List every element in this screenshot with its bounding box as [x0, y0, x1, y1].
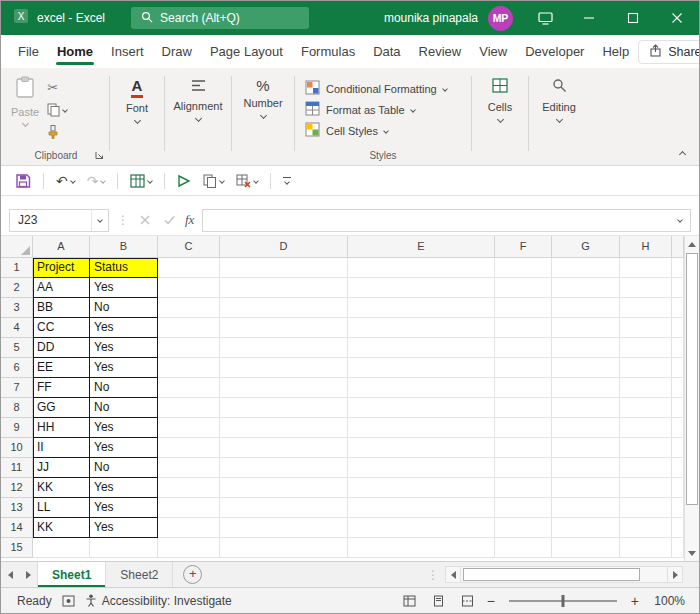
row-header-3[interactable]: 3	[1, 298, 33, 318]
cell-C10[interactable]	[158, 438, 220, 458]
cell-H8[interactable]	[620, 398, 672, 418]
cell-B11[interactable]: No	[90, 458, 158, 478]
cell-G12[interactable]	[552, 478, 620, 498]
cell-A2[interactable]: AA	[33, 278, 90, 298]
cell-G5[interactable]	[552, 338, 620, 358]
row-header-8[interactable]: 8	[1, 398, 33, 418]
meet-now-icon[interactable]	[523, 1, 567, 35]
cell-E9[interactable]	[348, 418, 495, 438]
column-header-E[interactable]: E	[348, 236, 495, 258]
cell-G11[interactable]	[552, 458, 620, 478]
cell-offgrid-1[interactable]	[672, 258, 684, 278]
user-avatar[interactable]: MP	[488, 6, 513, 31]
cell-B9[interactable]: Yes	[90, 418, 158, 438]
formula-input[interactable]	[202, 209, 691, 232]
cell-F3[interactable]	[495, 298, 552, 318]
font-group-button[interactable]: A Font	[112, 68, 162, 165]
column-header-C[interactable]: C	[158, 236, 220, 258]
zoom-slider-thumb[interactable]	[561, 595, 564, 607]
cell-H9[interactable]	[620, 418, 672, 438]
sheet-tab-sheet1[interactable]: Sheet1	[37, 562, 106, 587]
row-header-15[interactable]: 15	[1, 538, 33, 558]
cell-H7[interactable]	[620, 378, 672, 398]
alignment-group-button[interactable]: Alignment	[167, 68, 229, 165]
cell-D5[interactable]	[220, 338, 348, 358]
cell-A1[interactable]: Project	[33, 258, 90, 278]
cell-E13[interactable]	[348, 498, 495, 518]
cell-E12[interactable]	[348, 478, 495, 498]
accessibility-status[interactable]: Accessibility: Investigate	[85, 594, 232, 608]
cell-F2[interactable]	[495, 278, 552, 298]
column-header-G[interactable]: G	[552, 236, 620, 258]
cell-H4[interactable]	[620, 318, 672, 338]
menu-tab-review[interactable]: Review	[410, 35, 471, 68]
cell-D15[interactable]	[220, 538, 348, 558]
cell-H3[interactable]	[620, 298, 672, 318]
table-button[interactable]	[130, 174, 152, 188]
delete-table-button[interactable]	[236, 174, 258, 188]
cell-A12[interactable]: KK	[33, 478, 90, 498]
cell-offgrid-5[interactable]	[672, 338, 684, 358]
cell-G1[interactable]	[552, 258, 620, 278]
cell-F8[interactable]	[495, 398, 552, 418]
sheet-nav-right-button[interactable]	[19, 562, 37, 587]
cell-offgrid-3[interactable]	[672, 298, 684, 318]
new-sheet-button[interactable]: +	[183, 565, 202, 584]
save-button[interactable]	[15, 173, 31, 189]
row-header-12[interactable]: 12	[1, 478, 33, 498]
cell-C2[interactable]	[158, 278, 220, 298]
cell-G14[interactable]	[552, 518, 620, 538]
minimize-button[interactable]	[567, 1, 611, 35]
cell-E7[interactable]	[348, 378, 495, 398]
cell-E8[interactable]	[348, 398, 495, 418]
cell-F11[interactable]	[495, 458, 552, 478]
cell-F6[interactable]	[495, 358, 552, 378]
editing-group-button[interactable]: Editing	[531, 68, 587, 165]
cell-D4[interactable]	[220, 318, 348, 338]
select-all-corner[interactable]	[1, 236, 33, 258]
column-header-H[interactable]: H	[620, 236, 672, 258]
cell-F5[interactable]	[495, 338, 552, 358]
cell-B10[interactable]: Yes	[90, 438, 158, 458]
format-as-table-button[interactable]: Format as Table	[297, 99, 469, 120]
close-button[interactable]	[655, 1, 699, 35]
cell-G15[interactable]	[552, 538, 620, 558]
cell-G10[interactable]	[552, 438, 620, 458]
cell-B2[interactable]: Yes	[90, 278, 158, 298]
cell-E15[interactable]	[348, 538, 495, 558]
cell-offgrid-7[interactable]	[672, 378, 684, 398]
cell-B6[interactable]: Yes	[90, 358, 158, 378]
cell-A14[interactable]: KK	[33, 518, 90, 538]
menu-tab-draw[interactable]: Draw	[153, 35, 201, 68]
cell-G3[interactable]	[552, 298, 620, 318]
view-page-break-button[interactable]	[461, 595, 474, 607]
menu-tab-file[interactable]: File	[9, 35, 48, 68]
menu-tab-view[interactable]: View	[470, 35, 516, 68]
cell-H5[interactable]	[620, 338, 672, 358]
cell-F9[interactable]	[495, 418, 552, 438]
cell-A6[interactable]: EE	[33, 358, 90, 378]
clipboard-dialog-launcher[interactable]	[95, 150, 104, 163]
sheet-tab-sheet2[interactable]: Sheet2	[106, 562, 173, 587]
cell-offgrid-9[interactable]	[672, 418, 684, 438]
cell-C13[interactable]	[158, 498, 220, 518]
cell-F7[interactable]	[495, 378, 552, 398]
zoom-level[interactable]: 100%	[651, 594, 685, 608]
cell-B1[interactable]: Status	[90, 258, 158, 278]
menu-tab-help[interactable]: Help	[593, 35, 638, 68]
cancel-button[interactable]	[137, 215, 153, 225]
menu-tab-insert[interactable]: Insert	[102, 35, 153, 68]
scroll-left-button[interactable]	[445, 566, 461, 583]
cell-H14[interactable]	[620, 518, 672, 538]
cells-group-button[interactable]: Cells	[474, 68, 526, 165]
cell-E14[interactable]	[348, 518, 495, 538]
cell-A10[interactable]: II	[33, 438, 90, 458]
name-box[interactable]: J23	[9, 209, 109, 232]
cell-A4[interactable]: CC	[33, 318, 90, 338]
row-header-7[interactable]: 7	[1, 378, 33, 398]
scroll-right-button[interactable]	[667, 566, 683, 583]
cell-D7[interactable]	[220, 378, 348, 398]
cell-C15[interactable]	[158, 538, 220, 558]
cell-H12[interactable]	[620, 478, 672, 498]
cell-B5[interactable]: Yes	[90, 338, 158, 358]
